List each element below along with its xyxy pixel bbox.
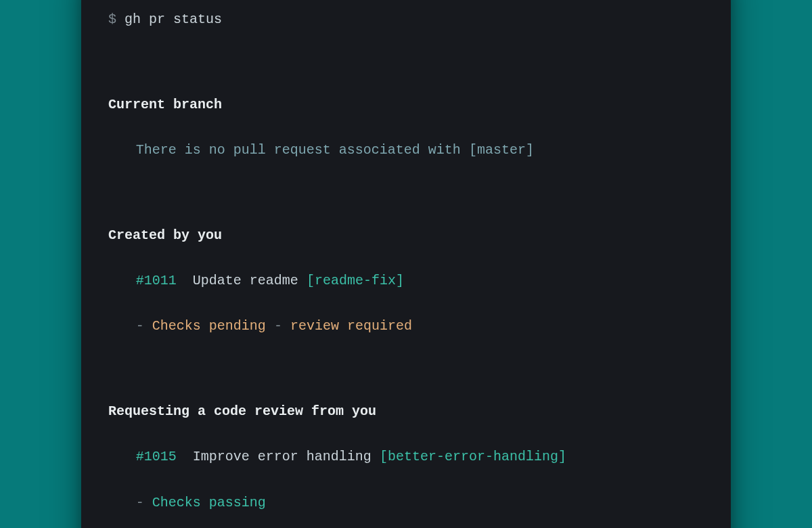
- checks-pending: Checks pending: [152, 318, 266, 334]
- no-pr-message: There is no pull request associated with: [136, 142, 469, 158]
- command-text: gh pr status: [125, 12, 222, 27]
- pr-title: Improve error handling: [193, 449, 371, 464]
- requested-pr-line: #1015 Improve error handling [better-err…: [108, 445, 704, 468]
- created-pr-line: #1011 Update readme [readme-fix]: [108, 269, 704, 292]
- pr-branch: [better-error-handling]: [380, 449, 566, 464]
- command-line: $ gh pr status: [108, 8, 704, 31]
- prompt-symbol: $: [108, 12, 116, 27]
- pr-branch: [readme-fix]: [307, 273, 404, 288]
- blank-line: [108, 53, 704, 70]
- pr-title: Update readme: [193, 273, 298, 288]
- dash-icon: -: [136, 495, 144, 510]
- blank-line: [108, 184, 704, 201]
- review-required: review required: [290, 318, 412, 334]
- terminal-window: $ gh pr status Current branch There is n…: [81, 0, 731, 528]
- section-heading-current-branch: Current branch: [108, 93, 704, 116]
- pr-id: #1015: [136, 449, 177, 464]
- branch-name: [master]: [469, 142, 534, 158]
- checks-passing: Checks passing: [152, 495, 266, 510]
- section-heading-created-by-you: Created by you: [108, 224, 704, 247]
- created-pr-status: - Checks pending - review required: [108, 315, 704, 338]
- terminal-content[interactable]: $ gh pr status Current branch There is n…: [81, 0, 731, 528]
- pr-id: #1011: [136, 273, 177, 288]
- requested-pr-status: - Checks passing: [108, 491, 704, 514]
- current-branch-line: There is no pull request associated with…: [108, 139, 704, 162]
- dash-icon: -: [274, 318, 282, 334]
- dash-icon: -: [136, 318, 144, 334]
- blank-line: [108, 361, 704, 378]
- section-heading-requesting-review: Requesting a code review from you: [108, 400, 704, 423]
